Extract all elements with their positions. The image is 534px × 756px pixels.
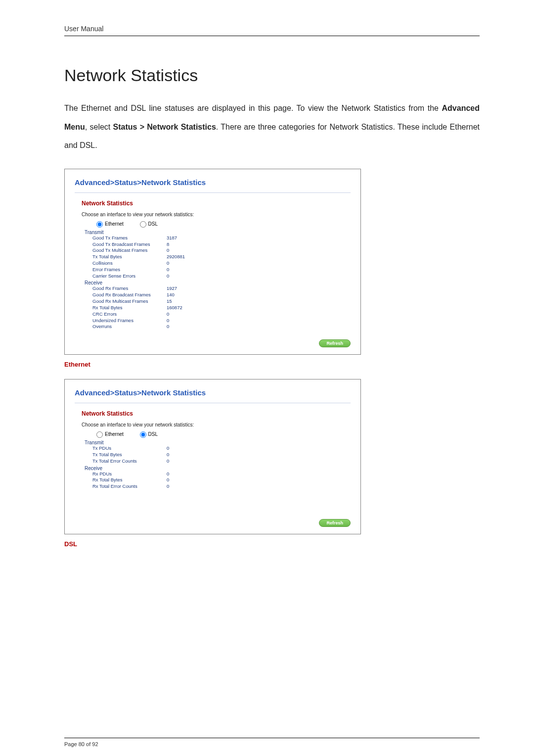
- stat-label: Tx PDUs: [92, 445, 167, 452]
- intro-bold-2: Status > Network Statistics: [113, 123, 216, 131]
- stat-value: 0: [167, 273, 169, 280]
- stat-row: Error Frames0: [92, 267, 351, 273]
- section-transmit: Transmit: [85, 230, 351, 235]
- stat-value: 0: [167, 318, 169, 324]
- stat-row: Good Tx Broadcast Frames8: [92, 241, 351, 248]
- stat-label: Good Tx Frames: [92, 235, 167, 241]
- caption-dsl: DSL: [64, 540, 480, 548]
- radio-dsl-input[interactable]: [140, 221, 146, 228]
- stat-label: Rx Total Bytes: [92, 477, 167, 483]
- stat-row: Rx Total Bytes0: [92, 477, 351, 483]
- stat-label: Good Rx Frames: [92, 285, 167, 292]
- stat-value: 0: [167, 260, 169, 267]
- stat-label: Undersized Frames: [92, 318, 167, 324]
- stat-row: Collisions0: [92, 260, 351, 267]
- stat-row: Good Rx Broadcast Frames140: [92, 292, 351, 298]
- stat-value: 0: [167, 311, 169, 318]
- intro-text-2: , select: [85, 123, 113, 131]
- stat-label: Rx Total Bytes: [92, 305, 167, 311]
- stat-row: Undersized Frames0: [92, 318, 351, 324]
- stat-label: Rx Total Error Counts: [92, 483, 167, 490]
- stat-value: 0: [167, 247, 169, 254]
- page-number: Page 80 of 92: [64, 738, 480, 747]
- stat-label: Good Rx Multicast Frames: [92, 298, 167, 305]
- stat-label: CRC Errors: [92, 311, 167, 318]
- section-receive: Receive: [85, 280, 351, 285]
- stat-value: 0: [167, 267, 169, 273]
- page-footer: Page 80 of 92: [64, 738, 480, 747]
- panel-breadcrumb: Advanced>Status>Network Statistics: [75, 178, 351, 193]
- radio-ethernet[interactable]: Ethernet: [96, 221, 124, 227]
- stat-value: 15: [167, 298, 172, 305]
- stat-label: Good Rx Broadcast Frames: [92, 292, 167, 298]
- stat-row: Rx Total Bytes160872: [92, 305, 351, 311]
- stat-row: Tx Total Bytes2920881: [92, 254, 351, 260]
- page-title: Network Statistics: [64, 66, 480, 85]
- stat-row: Good Tx Multicast Frames0: [92, 247, 351, 254]
- stat-row: CRC Errors0: [92, 311, 351, 318]
- panel-subtitle: Network Statistics: [82, 200, 351, 207]
- stat-row: Carrier Sense Errors0: [92, 273, 351, 280]
- interface-prompt: Choose an interface to view your network…: [82, 212, 351, 217]
- intro-paragraph: The Ethernet and DSL line statuses are d…: [64, 99, 480, 155]
- radio-dsl-input[interactable]: [140, 431, 146, 438]
- stat-label: Carrier Sense Errors: [92, 273, 167, 280]
- stat-value: 0: [167, 477, 169, 483]
- stat-value: 0: [167, 324, 169, 330]
- stat-value: 1927: [167, 285, 177, 292]
- intro-text-1: The Ethernet and DSL line statuses are d…: [64, 104, 442, 112]
- doc-header: User Manual: [64, 25, 480, 36]
- stat-row: Overruns0: [92, 324, 351, 330]
- interface-radio-group: Ethernet DSL: [96, 221, 351, 228]
- caption-ethernet: Ethernet: [64, 361, 480, 368]
- stat-value: 0: [167, 471, 169, 477]
- radio-ethernet-label: Ethernet: [105, 431, 124, 437]
- stat-label: Collisions: [92, 260, 167, 267]
- stat-label: Good Tx Broadcast Frames: [92, 241, 167, 248]
- stat-value: 8: [167, 241, 169, 248]
- stat-row: Tx PDUs0: [92, 445, 351, 452]
- panel-subtitle: Network Statistics: [82, 410, 351, 417]
- stat-row: Tx Total Bytes0: [92, 452, 351, 458]
- panel-breadcrumb: Advanced>Status>Network Statistics: [75, 388, 351, 403]
- section-receive: Receive: [85, 466, 351, 471]
- stat-label: Tx Total Error Counts: [92, 458, 167, 465]
- stat-value: 160872: [167, 305, 182, 311]
- stat-label: Tx Total Bytes: [92, 452, 167, 458]
- stat-row: Good Rx Frames1927: [92, 285, 351, 292]
- stat-value: 0: [167, 483, 169, 490]
- section-transmit: Transmit: [85, 440, 351, 445]
- radio-ethernet-input[interactable]: [96, 431, 103, 438]
- stat-row: Rx Total Error Counts0: [92, 483, 351, 490]
- radio-ethernet-input[interactable]: [96, 221, 103, 228]
- stats-panel-dsl: Advanced>Status>Network Statistics Netwo…: [64, 379, 361, 534]
- stat-value: 140: [167, 292, 175, 298]
- stat-value: 0: [167, 445, 169, 452]
- stat-label: Rx PDUs: [92, 471, 167, 477]
- stat-row: Rx PDUs0: [92, 471, 351, 477]
- radio-dsl[interactable]: DSL: [140, 221, 158, 227]
- stat-label: Good Tx Multicast Frames: [92, 247, 167, 254]
- interface-prompt: Choose an interface to view your network…: [82, 422, 351, 427]
- stat-value: 0: [167, 458, 169, 465]
- interface-radio-group: Ethernet DSL: [96, 431, 351, 438]
- stat-row: Tx Total Error Counts0: [92, 458, 351, 465]
- radio-dsl-label: DSL: [148, 221, 158, 227]
- stat-row: Good Rx Multicast Frames15: [92, 298, 351, 305]
- radio-dsl[interactable]: DSL: [140, 431, 158, 437]
- stat-label: Error Frames: [92, 267, 167, 273]
- radio-ethernet[interactable]: Ethernet: [96, 431, 124, 437]
- stat-value: 3187: [167, 235, 177, 241]
- stats-panel-ethernet: Advanced>Status>Network Statistics Netwo…: [64, 169, 361, 355]
- stat-label: Tx Total Bytes: [92, 254, 167, 260]
- stat-row: Good Tx Frames3187: [92, 235, 351, 241]
- refresh-button[interactable]: Refresh: [319, 339, 351, 347]
- refresh-button[interactable]: Refresh: [319, 519, 351, 527]
- stat-value: 0: [167, 452, 169, 458]
- stat-label: Overruns: [92, 324, 167, 330]
- stat-value: 2920881: [167, 254, 185, 260]
- radio-dsl-label: DSL: [148, 431, 158, 437]
- radio-ethernet-label: Ethernet: [105, 221, 124, 227]
